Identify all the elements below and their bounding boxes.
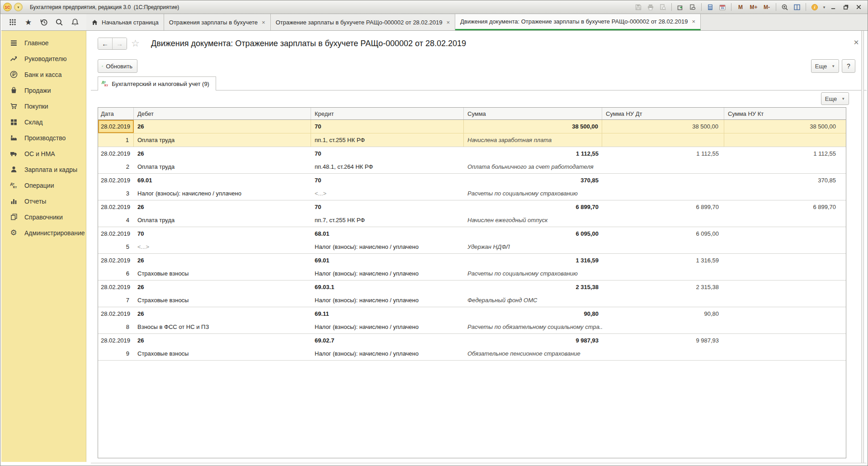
warehouse-icon [9, 118, 18, 126]
table-row[interactable]: 28.02.20192669.1190,8090,808Взносы в ФСС… [98, 307, 846, 334]
more-button[interactable]: Еще▼ [811, 59, 839, 73]
movements-table[interactable]: ДатаДебетКредитСуммаСумма НУ ДтСумма НУ … [98, 107, 846, 458]
title-bar: 1С ▾ Бухгалтерия предприятия, редакция 3… [0, 0, 868, 14]
save-icon[interactable] [633, 2, 644, 12]
forward-button[interactable]: → [112, 38, 127, 49]
tab-1[interactable]: Начальная страница [86, 14, 164, 30]
table-row[interactable]: 28.02.201969.0170370,85370,853Налог (взн… [98, 174, 846, 200]
sidebar-item-3[interactable]: Банк и касса [1, 67, 86, 82]
close-button[interactable] [852, 2, 865, 12]
help-button[interactable]: ? [842, 59, 855, 73]
history-icon[interactable] [38, 17, 49, 28]
search-icon[interactable] [54, 17, 65, 28]
cart-icon [9, 102, 18, 110]
back-button[interactable]: ← [98, 38, 112, 49]
tab-accounting-records[interactable]: ДтКт Бухгалтерский и налоговый учет (9) [98, 76, 216, 90]
sidebar-item-5[interactable]: Покупки [1, 98, 86, 114]
restore-button[interactable] [840, 2, 852, 12]
empty-cell [602, 160, 724, 173]
empty-cell [724, 214, 846, 227]
column-header-6[interactable]: Сумма НУ Кт [724, 108, 846, 119]
apps-grid-icon[interactable] [7, 17, 18, 28]
info-icon[interactable]: i [809, 2, 820, 12]
sidebar-item-label: Банк и касса [24, 71, 61, 78]
table-row[interactable]: 28.02.2019267038 500,0038 500,0038 500,0… [98, 120, 846, 147]
memory-recall-icon[interactable]: M [735, 2, 746, 12]
empty-cell [724, 347, 846, 360]
tab-4[interactable]: Движения документа: Отражение зарплаты в… [455, 14, 701, 30]
main-menu-caret-icon[interactable]: ▾ [14, 3, 23, 11]
column-header-1[interactable]: Дата [98, 108, 134, 119]
calculator-icon[interactable] [705, 2, 716, 12]
sidebar-item-7[interactable]: Производство [1, 130, 86, 146]
sidebar-item-8[interactable]: ОС и НМА [1, 146, 86, 162]
page-title: Движения документа: Отражение зарплаты в… [151, 39, 466, 48]
table-row[interactable]: 28.02.201926706 899,706 899,706 899,704О… [98, 200, 846, 227]
publish-icon[interactable] [675, 2, 686, 12]
sidebar-item-4[interactable]: Продажи [1, 82, 86, 98]
sidebar-item-11[interactable]: Отчеты [1, 193, 86, 209]
tab-label: Отражения зарплаты в бухучете [169, 19, 258, 26]
row-number-cell: 8 [98, 320, 134, 333]
column-header-2[interactable]: Дебет [134, 108, 311, 119]
zoom-in-icon[interactable] [779, 2, 790, 12]
sidebar-item-label: Справочники [24, 214, 63, 221]
menu-lines-icon [9, 39, 18, 47]
close-pane-icon[interactable]: ✕ [852, 38, 860, 47]
tab-3[interactable]: Отражение зарплаты в бухучете РАЩо-00000… [271, 14, 455, 30]
table-more-button[interactable]: Еще▼ [821, 92, 849, 105]
row-number-cell: 7 [98, 294, 134, 307]
scrollbar-gutter[interactable] [861, 31, 864, 463]
table-row[interactable]: 28.02.20192669.02.79 987,939 987,939Стра… [98, 334, 846, 361]
app-window: 1С ▾ Бухгалтерия предприятия, редакция 3… [0, 0, 868, 466]
table-row[interactable]: 28.02.20192669.011 316,591 316,596Страхо… [98, 254, 846, 281]
memory-plus-icon[interactable]: M+ [748, 2, 760, 12]
attach-icon[interactable] [687, 2, 698, 12]
notifications-bell-icon[interactable] [70, 17, 80, 28]
sidebar-item-10[interactable]: ДтКтОперации [1, 177, 86, 193]
favorites-star-icon[interactable]: ★ [23, 17, 34, 28]
tab-close-icon[interactable]: × [692, 19, 695, 24]
entry-account-line: 28.02.20192669.011 316,591 316,59 [98, 254, 846, 267]
empty-cell [724, 133, 846, 147]
empty-cell [602, 214, 724, 227]
table-row[interactable]: 28.02.20197068.016 095,006 095,005<...>Н… [98, 227, 846, 254]
sidebar-item-9[interactable]: Зарплата и кадры [1, 162, 86, 177]
column-header-4[interactable]: Сумма [464, 108, 602, 119]
dropdown-caret-icon[interactable]: ▾ [821, 2, 827, 12]
debit-subconto-cell: Оплата труда [134, 133, 311, 147]
sidebar-item-12[interactable]: Справочники [1, 209, 86, 225]
sidebar-item-label: Руководителю [24, 55, 66, 62]
tab-close-icon[interactable]: × [262, 19, 265, 25]
split-panels-icon[interactable] [792, 2, 802, 12]
sidebar-item-label: Покупки [24, 103, 48, 110]
sum-nu-dt-cell: 9 987,93 [602, 334, 724, 347]
entry-description-cell: Расчеты по социальному страхованию [464, 187, 602, 200]
date-cell: 28.02.2019 [98, 334, 134, 347]
column-header-5[interactable]: Сумма НУ Дт [602, 108, 724, 119]
column-header-3[interactable]: Кредит [311, 108, 464, 119]
table-row[interactable]: 28.02.20192669.03.12 315,382 315,387Стра… [98, 281, 846, 307]
favorite-star-icon[interactable]: ☆ [131, 38, 140, 49]
minimize-button[interactable] [827, 2, 840, 12]
sum-nu-kt-cell: 6 899,70 [724, 200, 846, 214]
table-row[interactable]: 28.02.201926701 112,551 112,551 112,552О… [98, 147, 846, 174]
tab-2[interactable]: Отражения зарплаты в бухучете× [164, 14, 271, 30]
sum-nu-kt-cell [724, 227, 846, 240]
memory-minus-icon[interactable]: M- [761, 2, 773, 12]
titlebar-divider [731, 3, 731, 11]
print-preview-icon[interactable] [657, 2, 668, 12]
sidebar-item-6[interactable]: Склад [1, 114, 86, 130]
refresh-button[interactable]: Обновить [98, 59, 137, 73]
tab-close-icon[interactable]: × [446, 19, 450, 25]
entry-account-line: 28.02.20192669.02.79 987,939 987,93 [98, 334, 846, 347]
row-number-cell: 5 [98, 240, 134, 253]
empty-cell [602, 133, 724, 147]
titlebar-divider [806, 3, 806, 11]
sidebar-item-1[interactable]: Главное [1, 35, 86, 51]
calendar-icon[interactable]: 31 [717, 2, 728, 12]
sidebar-item-2[interactable]: Руководителю [1, 51, 86, 67]
print-icon[interactable] [645, 2, 656, 12]
sidebar-item-13[interactable]: ⚙Администрирование [1, 225, 86, 241]
entry-account-line: 28.02.201969.0170370,85370,85 [98, 174, 846, 187]
